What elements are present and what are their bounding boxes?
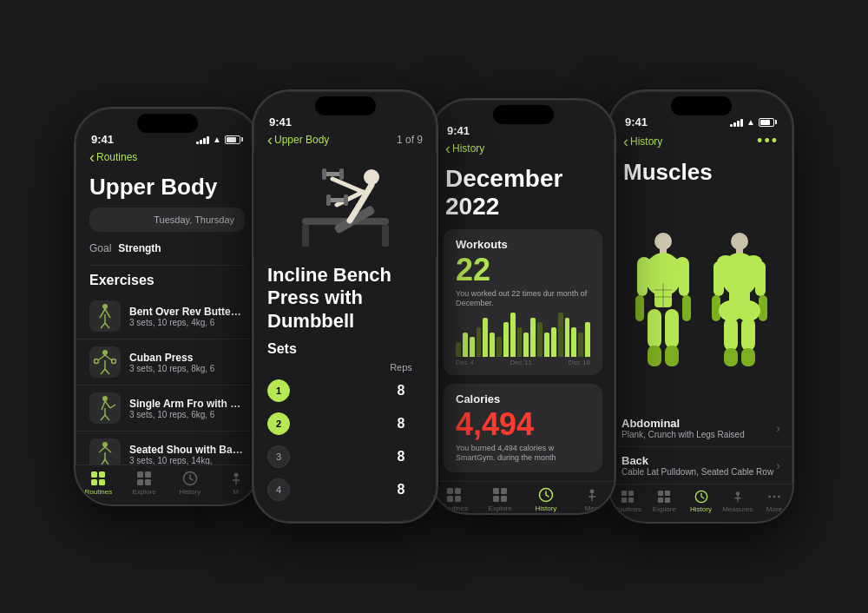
- tab-explore-1[interactable]: Explore: [122, 471, 168, 496]
- svg-rect-108: [755, 261, 766, 296]
- goal-row: Goal Strength: [76, 239, 259, 261]
- muscle-exercises-back: Cable Lat Pulldown, Seated Cable Row: [621, 467, 773, 477]
- svg-rect-121: [658, 491, 663, 496]
- set-circle-3: 3: [267, 445, 290, 468]
- svg-line-7: [98, 355, 105, 360]
- set-reps-1: 8: [379, 383, 423, 399]
- svg-line-50: [358, 185, 372, 207]
- muscle-item-back[interactable]: Back Cable Lat Pulldown, Seated Cable Ro…: [609, 447, 792, 484]
- wifi-icon-4: ▲: [746, 117, 755, 127]
- workouts-card: Workouts 22 You worked out 22 times dur …: [444, 229, 602, 375]
- chart-bar-10: [523, 333, 529, 357]
- tab-routines-1[interactable]: Routines: [76, 471, 122, 496]
- svg-rect-118: [628, 491, 634, 496]
- tab-more-4[interactable]: More: [756, 490, 792, 513]
- svg-rect-72: [447, 488, 453, 494]
- svg-rect-47: [382, 225, 389, 247]
- svg-line-23: [105, 447, 111, 452]
- back-button-3[interactable]: History: [445, 141, 601, 156]
- phone-1: 9:41 ▲: [74, 107, 260, 506]
- more-dots[interactable]: •••: [757, 132, 779, 150]
- status-icons-4: ▲: [730, 117, 777, 127]
- tab-history-1[interactable]: History: [168, 471, 214, 496]
- svg-rect-59: [344, 194, 348, 206]
- exercises-header: Exercises: [76, 269, 259, 293]
- tab-history-4[interactable]: History: [682, 490, 719, 513]
- tab-label-explore-3: Explore: [489, 504, 512, 512]
- chevron-back: ›: [776, 458, 780, 472]
- svg-line-15: [105, 401, 110, 408]
- back-button-4[interactable]: History: [623, 134, 662, 149]
- svg-point-129: [768, 496, 771, 498]
- svg-line-22: [99, 447, 105, 452]
- svg-line-2: [105, 309, 110, 318]
- chart-bar-13: [544, 333, 549, 357]
- back-button-1[interactable]: Routines: [89, 149, 245, 165]
- svg-point-9: [95, 359, 99, 364]
- svg-rect-94: [648, 346, 661, 366]
- svg-line-4: [101, 323, 105, 328]
- chart-label-2: Dec 11: [510, 359, 532, 366]
- svg-rect-55: [322, 168, 326, 180]
- phone-2: 9:41 Upper Body 1 of 9: [252, 89, 438, 524]
- phone-3: 9:41 History December 2022 Workouts 22 Y…: [430, 98, 616, 515]
- calories-card: Calories 4,494 You burned 4,494 calories…: [444, 384, 602, 472]
- svg-rect-56: [339, 168, 344, 180]
- chart-bar-2: [470, 337, 475, 357]
- svg-rect-78: [493, 496, 499, 502]
- exercise-info-3: Single Arm Fro with Dumbbel 3 sets, 10 r…: [129, 398, 245, 419]
- set-circle-4: 4: [267, 478, 290, 501]
- muscles-list: Abdominal Plank, Crunch with Legs Raised…: [609, 410, 792, 484]
- exercise-item-3[interactable]: Single Arm Fro with Dumbbel 3 sets, 10 r…: [76, 386, 259, 432]
- nav-bar-3: History: [431, 139, 615, 161]
- nav-counter: 1 of 9: [397, 134, 423, 146]
- svg-rect-46: [302, 225, 309, 247]
- chart-bar-19: [585, 322, 590, 357]
- exercise-avatar-2: [89, 346, 121, 378]
- svg-rect-76: [493, 488, 499, 494]
- time-1: 9:41: [91, 133, 114, 146]
- exercise-item-4[interactable]: Seated Shou with Barbell 3 sets, 10 reps…: [76, 432, 259, 465]
- exercise-detail-4: 3 sets, 10 reps, 14kg,: [129, 456, 245, 465]
- measures-icon-3: [584, 487, 600, 503]
- svg-rect-75: [455, 496, 461, 502]
- tab-explore-3[interactable]: Explore: [477, 487, 523, 512]
- muscle-name-abdominal: Abdominal: [621, 417, 745, 430]
- set-row-1[interactable]: 1 8: [253, 374, 437, 407]
- tab-routines-4[interactable]: Routines: [609, 490, 646, 513]
- chart-bar-18: [578, 333, 583, 357]
- exercise-item-2[interactable]: Cuban Press 3 sets, 10 reps, 8kg, 6: [76, 339, 259, 386]
- tab-label-history-4: History: [690, 505, 712, 513]
- muscles-title: Muscles: [609, 155, 792, 191]
- tab-routines-3[interactable]: Routines: [431, 487, 477, 512]
- tab-measures-4[interactable]: Measures: [720, 490, 756, 513]
- svg-rect-39: [137, 479, 143, 485]
- tab-bar-4: Routines Explore: [609, 484, 792, 522]
- svg-point-131: [778, 496, 780, 498]
- svg-rect-114: [741, 318, 755, 351]
- svg-rect-119: [621, 498, 627, 503]
- set-row-4[interactable]: 4 8: [253, 473, 437, 506]
- svg-rect-35: [91, 479, 97, 485]
- svg-line-20: [105, 415, 109, 420]
- exercise-detail-3: 3 sets, 10 reps, 6kg, 6: [129, 410, 245, 419]
- svg-point-101: [731, 233, 748, 250]
- chart-label-1: Dec 4: [456, 359, 474, 366]
- muscle-item-abdominal[interactable]: Abdominal Plank, Crunch with Legs Raised…: [609, 410, 792, 447]
- exercise-item-1[interactable]: Bent Over Rev Butterfly with D 3 sets, 1…: [76, 293, 259, 339]
- battery-1: [225, 135, 243, 144]
- set-row-3[interactable]: 3 8: [253, 440, 437, 473]
- back-button-2[interactable]: Upper Body: [267, 132, 329, 148]
- tab-measures-3[interactable]: Mea: [569, 487, 615, 512]
- tab-history-3[interactable]: History: [523, 487, 569, 512]
- exercise-avatar-4: [89, 438, 121, 465]
- svg-point-0: [102, 304, 108, 309]
- tab-explore-4[interactable]: Explore: [646, 490, 682, 513]
- svg-rect-79: [501, 496, 507, 502]
- set-row-2[interactable]: 2 8: [253, 407, 437, 440]
- tab-label-measures-4: Measures: [722, 505, 753, 513]
- svg-rect-38: [145, 471, 151, 478]
- exercise-avatar-1: [89, 300, 121, 332]
- chart-bar-12: [537, 322, 542, 357]
- battery-4: [759, 118, 777, 127]
